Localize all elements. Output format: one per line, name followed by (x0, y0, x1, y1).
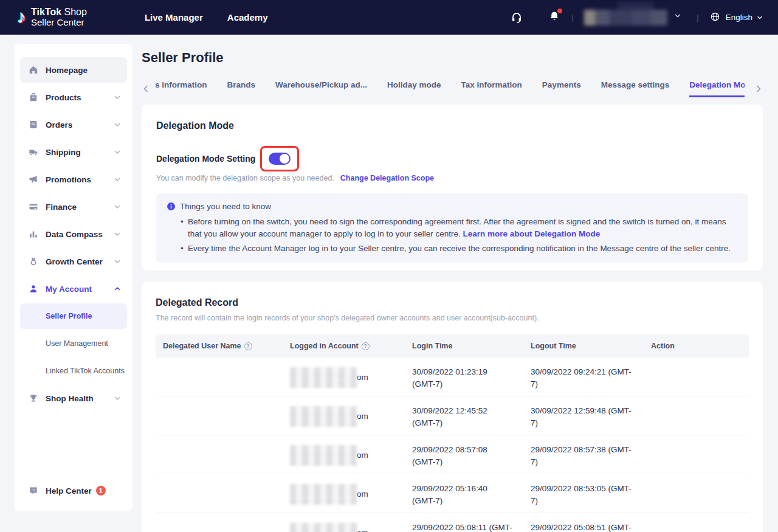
info-icon: i (167, 202, 175, 210)
tiktok-logo[interactable]: ♪ TikTok Shop Seller Center (17, 7, 87, 27)
topbar-nav: Live Manager Academy (145, 12, 268, 22)
brand-subtitle: Seller Center (31, 18, 87, 27)
account-chevron-down-icon[interactable] (673, 12, 686, 24)
bank-card-icon (29, 202, 38, 212)
home-icon (29, 65, 38, 75)
login-time: 29/09/2022 05:16:40 (GMT-7) (405, 474, 523, 513)
logout-time: 30/09/2022 09:24:21 (GMT-7) (523, 358, 644, 396)
sidebar-item-my-account[interactable]: My Account (20, 276, 127, 302)
tab-business-information[interactable]: s information (155, 80, 207, 95)
headset-icon[interactable] (511, 12, 523, 24)
chevron-down-icon (114, 148, 121, 156)
delegated-record-heading: Delegated Record (156, 297, 749, 308)
tiktok-note-icon: ♪ (17, 8, 26, 26)
notifications-bell[interactable] (548, 10, 560, 25)
sidebar-item-help-center[interactable]: ? Help Center 1 (29, 486, 106, 496)
delegation-mode-heading: Delegation Mode (156, 120, 748, 131)
language-selector[interactable]: English (710, 12, 763, 24)
table-row: om 30/09/2022 01:23:19 (GMT-7) 30/09/202… (156, 358, 749, 396)
delegation-setting-label: Delegation Mode Setting (156, 154, 255, 164)
chevron-up-icon (114, 285, 121, 292)
learn-more-delegation-link[interactable]: Learn more about Delegation Mode (463, 229, 601, 238)
action-cell (644, 513, 749, 532)
sidebar-item-data-compass[interactable]: Data Compass (20, 221, 127, 247)
chevron-down-icon (114, 203, 121, 210)
change-delegation-scope-link[interactable]: Change Delegation Scope (340, 174, 434, 182)
sidebar-subitem-label: Linked TikTok Accounts (46, 367, 125, 375)
delegation-mode-card: Delegation Mode Delegation Mode Setting … (142, 105, 763, 271)
action-cell (644, 358, 749, 396)
annotation-highlight-box (260, 146, 299, 171)
account-name-redacted[interactable] (584, 10, 667, 26)
tab-payments[interactable]: Payments (542, 80, 581, 95)
truck-icon (29, 147, 38, 157)
action-cell (644, 474, 749, 513)
trophy-icon (29, 393, 38, 403)
tab-brands[interactable]: Brands (227, 80, 256, 95)
tab-holiday-mode[interactable]: Holiday mode (387, 80, 441, 95)
sidebar-subitem-label: User Management (46, 339, 108, 348)
col-logout-time: Logout Time (531, 342, 576, 350)
info-box-title: Things you need to know (180, 202, 271, 211)
table-row: om 29/09/2022 05:16:40 (GMT-7) 29/09/202… (156, 474, 749, 513)
tab-message-settings[interactable]: Message settings (601, 80, 670, 95)
tab-warehouse-pickup-address[interactable]: Warehouse/Pickup ad... (275, 80, 367, 95)
sidebar-subitem-seller-profile[interactable]: Seller Profile (20, 303, 127, 329)
delegation-mode-toggle[interactable] (269, 153, 291, 165)
tab-delegation-mode[interactable]: Delegation Mode (689, 80, 745, 97)
sidebar-item-homepage[interactable]: Homepage (20, 57, 127, 83)
brand-name: TikTok (31, 7, 61, 17)
brand-shop: Shop (64, 7, 87, 17)
sidebar-item-shop-health[interactable]: Shop Health (20, 385, 127, 411)
login-time: 29/09/2022 08:57:08 (GMT-7) (405, 435, 523, 474)
sidebar-subitem-linked-tiktok-accounts[interactable]: Linked TikTok Accounts (20, 358, 127, 384)
logged-in-account-redacted (290, 445, 357, 466)
svg-text:?: ? (32, 488, 35, 493)
nav-live-manager[interactable]: Live Manager (145, 12, 203, 22)
login-time: 30/09/2022 12:45:52 (GMT-7) (405, 396, 523, 435)
sidebar-item-orders[interactable]: Orders (20, 112, 127, 137)
sidebar: Homepage Products Orders Shipping (15, 44, 133, 511)
sidebar-subitem-user-management[interactable]: User Management (20, 331, 127, 356)
tabs-row: s information Brands Warehouse/Pickup ad… (142, 80, 763, 97)
sidebar-item-label: Finance (46, 202, 114, 212)
nav-academy[interactable]: Academy (227, 12, 268, 22)
shopping-bag-icon (29, 92, 38, 102)
table-row: om 30/09/2022 12:45:52 (GMT-7) 30/09/202… (156, 396, 749, 435)
help-icon: ? (29, 486, 38, 496)
action-cell (644, 396, 749, 435)
account-suffix: om (357, 449, 368, 461)
sidebar-item-label: Products (46, 93, 114, 102)
info-bullet-2: Every time the Account Manager log in to… (181, 243, 737, 255)
chevron-down-icon (114, 395, 121, 402)
action-cell (644, 435, 749, 474)
sidebar-item-growth-center[interactable]: Growth Center (20, 249, 127, 274)
logout-time: 29/09/2022 08:53:05 (GMT-7) (523, 474, 644, 513)
topbar-separator: | (571, 13, 573, 22)
sidebar-item-finance[interactable]: Finance (20, 194, 127, 219)
account-suffix: om (357, 371, 368, 384)
help-center-label: Help Center (46, 486, 92, 496)
tab-tax-information[interactable]: Tax information (461, 80, 522, 95)
sidebar-subitem-label: Seller Profile (46, 312, 92, 320)
sidebar-item-label: Promotions (46, 175, 114, 184)
col-delegated-user-name: Delegated User Name (163, 342, 241, 350)
logout-time: 30/09/2022 12:59:48 (GMT-7) (523, 396, 644, 435)
orders-icon (29, 120, 38, 130)
help-tooltip-icon[interactable]: ? (244, 342, 252, 350)
sidebar-item-shipping[interactable]: Shipping (20, 139, 127, 165)
main-content: Seller Profile s information Brands Ware… (142, 44, 763, 532)
logged-in-account-redacted (290, 484, 357, 505)
sidebar-item-products[interactable]: Products (20, 85, 127, 110)
account-suffix: om (357, 410, 368, 423)
language-label: English (726, 13, 752, 22)
sidebar-item-promotions[interactable]: Promotions (20, 167, 127, 192)
logged-in-account-redacted (290, 367, 357, 388)
medal-icon (29, 257, 38, 266)
tabs-scroll-left-icon[interactable] (142, 85, 150, 93)
account-suffix: om (357, 488, 368, 500)
info-bullet-1: Before turning on the switch, you need t… (181, 216, 737, 240)
page: ♪ TikTok Shop Seller Center Live Manager… (0, 0, 778, 532)
tabs-scroll-right-icon[interactable] (754, 85, 763, 93)
help-tooltip-icon[interactable]: ? (362, 342, 370, 350)
